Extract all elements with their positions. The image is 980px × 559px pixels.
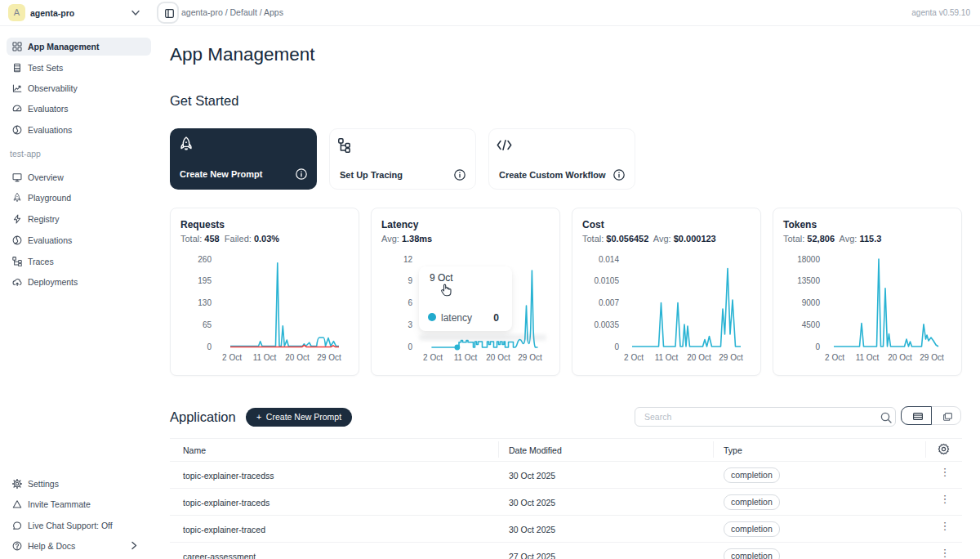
svg-text:12: 12 bbox=[403, 255, 413, 264]
svg-text:20 Oct: 20 Oct bbox=[285, 353, 310, 362]
svg-text:2 Oct: 2 Oct bbox=[624, 353, 644, 362]
svg-text:20 Oct: 20 Oct bbox=[687, 353, 711, 362]
svg-text:11 Oct: 11 Oct bbox=[655, 353, 679, 362]
svg-text:18000: 18000 bbox=[797, 255, 820, 264]
svg-text:0.007: 0.007 bbox=[599, 298, 619, 307]
svg-text:11 Oct: 11 Oct bbox=[454, 353, 478, 362]
svg-text:2 Oct: 2 Oct bbox=[825, 353, 844, 362]
svg-text:130: 130 bbox=[198, 298, 212, 307]
svg-text:9000: 9000 bbox=[802, 298, 821, 307]
svg-text:0.014: 0.014 bbox=[599, 255, 619, 264]
svg-text:11 Oct: 11 Oct bbox=[253, 353, 277, 362]
svg-text:65: 65 bbox=[203, 320, 212, 329]
svg-text:3: 3 bbox=[408, 320, 412, 329]
svg-text:29 Oct: 29 Oct bbox=[317, 353, 341, 362]
svg-text:13500: 13500 bbox=[797, 276, 820, 285]
svg-text:2 Oct: 2 Oct bbox=[423, 353, 443, 362]
svg-text:29 Oct: 29 Oct bbox=[719, 353, 743, 362]
svg-text:260: 260 bbox=[198, 255, 212, 264]
svg-text:29 Oct: 29 Oct bbox=[920, 353, 944, 362]
svg-text:11 Oct: 11 Oct bbox=[856, 353, 880, 362]
svg-text:0.0105: 0.0105 bbox=[594, 276, 619, 285]
svg-text:0.0035: 0.0035 bbox=[594, 320, 619, 329]
svg-text:0: 0 bbox=[408, 342, 412, 351]
svg-text:20 Oct: 20 Oct bbox=[888, 353, 912, 362]
svg-text:20 Oct: 20 Oct bbox=[486, 353, 510, 362]
svg-text:0: 0 bbox=[614, 342, 619, 351]
svg-text:195: 195 bbox=[198, 276, 212, 285]
svg-text:29 Oct: 29 Oct bbox=[518, 353, 542, 362]
svg-text:9: 9 bbox=[408, 276, 412, 285]
svg-text:0: 0 bbox=[207, 342, 212, 351]
svg-text:0: 0 bbox=[815, 342, 820, 351]
svg-text:6: 6 bbox=[408, 298, 412, 307]
svg-text:2 Oct: 2 Oct bbox=[222, 353, 242, 362]
svg-text:4500: 4500 bbox=[802, 320, 821, 329]
